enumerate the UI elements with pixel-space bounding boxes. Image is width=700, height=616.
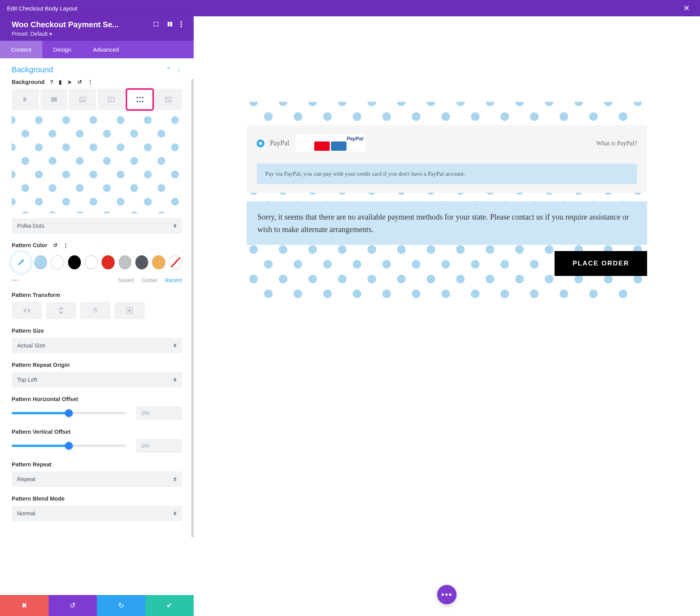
svg-point-12	[142, 101, 144, 102]
tab-content[interactable]: Content	[0, 41, 42, 58]
phone-icon[interactable]: ▮	[59, 79, 62, 85]
reset-icon[interactable]: ↺	[53, 242, 58, 248]
svg-point-1	[180, 23, 182, 25]
pattern-origin-label: Pattern Repeat Origin	[12, 362, 70, 368]
palette-tab-global[interactable]: Global	[141, 277, 157, 283]
pattern-size-label: Pattern Size	[12, 328, 44, 334]
paypal-label: PayPal	[270, 139, 289, 147]
vertical-offset-label: Pattern Vertical Offset	[12, 429, 71, 435]
pattern-origin-value: Top Left	[17, 377, 37, 383]
save-button[interactable]: ✔	[145, 595, 194, 616]
horizontal-offset-slider[interactable]	[12, 412, 126, 414]
pattern-repeat-select[interactable]: Repeat	[12, 471, 182, 487]
preset-label: Preset: Default	[12, 31, 48, 37]
svg-point-9	[142, 97, 144, 98]
amex-icon	[331, 141, 346, 151]
no-payment-notice: Sorry, it seems that there are no availa…	[247, 201, 647, 245]
svg-point-11	[139, 101, 141, 102]
reset-icon[interactable]: ↺	[77, 79, 82, 85]
pattern-size-select[interactable]: Actual Size	[12, 338, 182, 353]
color-swatch-black[interactable]	[68, 255, 81, 269]
bg-tab-gradient[interactable]	[40, 89, 68, 110]
paypal-description: Pay via PayPal; you can pay with your cr…	[257, 164, 637, 184]
svg-point-5	[81, 98, 82, 99]
palette-tab-recent[interactable]: Recent	[165, 277, 182, 283]
preview-canvas: PayPal PayPal VISA DISCOVER What is PayP…	[194, 16, 700, 616]
color-swatch-none[interactable]	[169, 255, 182, 269]
settings-sidebar: Woo Checkout Payment Se... Preset: Defau…	[0, 16, 194, 616]
rotate-button[interactable]	[80, 302, 110, 319]
color-swatch-white-2[interactable]	[85, 255, 98, 269]
bg-tab-color[interactable]	[12, 89, 39, 110]
chevron-down-icon: ▾	[49, 31, 52, 37]
paypal-cards-image: PayPal VISA DISCOVER	[295, 134, 366, 153]
vertical-offset-slider[interactable]	[12, 445, 126, 447]
blend-mode-value: Normal	[17, 510, 35, 517]
mastercard-icon	[314, 141, 330, 151]
pattern-color-label: Pattern Color	[12, 242, 47, 248]
paypal-radio[interactable]	[257, 140, 264, 147]
bg-tab-image[interactable]	[69, 89, 96, 110]
flip-horizontal-button[interactable]	[12, 302, 42, 319]
bg-tab-pattern[interactable]	[126, 89, 154, 110]
cursor-icon[interactable]: ➤	[67, 79, 72, 85]
columns-icon[interactable]	[166, 21, 173, 29]
visa-icon: VISA	[298, 141, 313, 151]
help-icon[interactable]: ?	[50, 79, 54, 85]
background-label: Background	[12, 79, 45, 85]
color-swatch-red[interactable]	[102, 255, 114, 269]
svg-point-0	[180, 21, 182, 23]
palette-tab-saved[interactable]: Saved	[118, 277, 133, 283]
builder-fab[interactable]: •••	[437, 585, 457, 604]
pattern-origin-select[interactable]: Top Left	[12, 372, 182, 387]
more-swatches-icon[interactable]: •••	[12, 277, 110, 283]
undo-button[interactable]: ↺	[49, 595, 97, 616]
paypal-brand-text: PayPal	[298, 136, 363, 141]
bg-tab-mask[interactable]	[155, 89, 182, 110]
invert-button[interactable]	[114, 302, 145, 319]
horizontal-offset-input[interactable]: 0%	[136, 406, 182, 420]
pattern-size-value: Actual Size	[17, 342, 46, 349]
pattern-type-select[interactable]: Polka Dots	[12, 218, 182, 234]
module-title: Woo Checkout Payment Se...	[12, 20, 147, 29]
pattern-type-value: Polka Dots	[17, 223, 44, 229]
color-swatch-orange[interactable]	[152, 255, 165, 269]
discard-button[interactable]: ✖	[0, 595, 49, 616]
discover-icon: DISCOVER	[348, 141, 363, 151]
pattern-preview	[12, 112, 182, 213]
kebab-icon[interactable]: ⋮	[88, 79, 93, 85]
pattern-repeat-value: Repeat	[17, 476, 35, 482]
payment-method-card: PayPal PayPal VISA DISCOVER What is PayP…	[247, 125, 647, 193]
kebab-icon[interactable]: ⋮	[176, 66, 182, 73]
chevron-up-icon[interactable]: ⌃	[166, 66, 171, 73]
bg-tab-video[interactable]	[98, 89, 125, 110]
svg-point-2	[180, 26, 182, 27]
close-icon[interactable]: ✕	[680, 2, 693, 14]
blend-mode-select[interactable]: Normal	[12, 506, 182, 521]
kebab-icon[interactable]: ⋮	[63, 242, 68, 248]
color-swatch-lightblue[interactable]	[34, 255, 47, 269]
pattern-transform-label: Pattern Transform	[12, 292, 60, 298]
pattern-repeat-label: Pattern Repeat	[12, 461, 51, 468]
svg-point-7	[136, 97, 138, 98]
horizontal-offset-label: Pattern Horizontal Offset	[12, 396, 78, 402]
svg-rect-15	[128, 309, 131, 312]
color-swatch-white[interactable]	[51, 255, 64, 269]
section-title-background[interactable]: Background	[12, 65, 166, 74]
svg-point-10	[136, 101, 138, 102]
preset-dropdown[interactable]: Preset: Default ▾	[12, 31, 182, 37]
vertical-offset-input[interactable]: 0%	[136, 439, 182, 453]
tab-design[interactable]: Design	[42, 41, 82, 58]
expand-icon[interactable]	[152, 21, 159, 29]
kebab-icon[interactable]	[180, 21, 182, 29]
redo-button[interactable]: ↻	[97, 595, 145, 616]
svg-point-8	[139, 97, 141, 98]
place-order-button[interactable]: PLACE ORDER	[555, 251, 647, 276]
eyedropper-button[interactable]	[12, 252, 30, 272]
tab-advanced[interactable]: Advanced	[82, 41, 130, 58]
flip-vertical-button[interactable]	[46, 302, 76, 319]
color-swatch-dark[interactable]	[135, 255, 148, 269]
window-title: Edit Checkout Body Layout	[7, 5, 680, 12]
color-swatch-gray[interactable]	[119, 255, 131, 269]
what-is-paypal-link[interactable]: What is PayPal?	[596, 140, 637, 147]
